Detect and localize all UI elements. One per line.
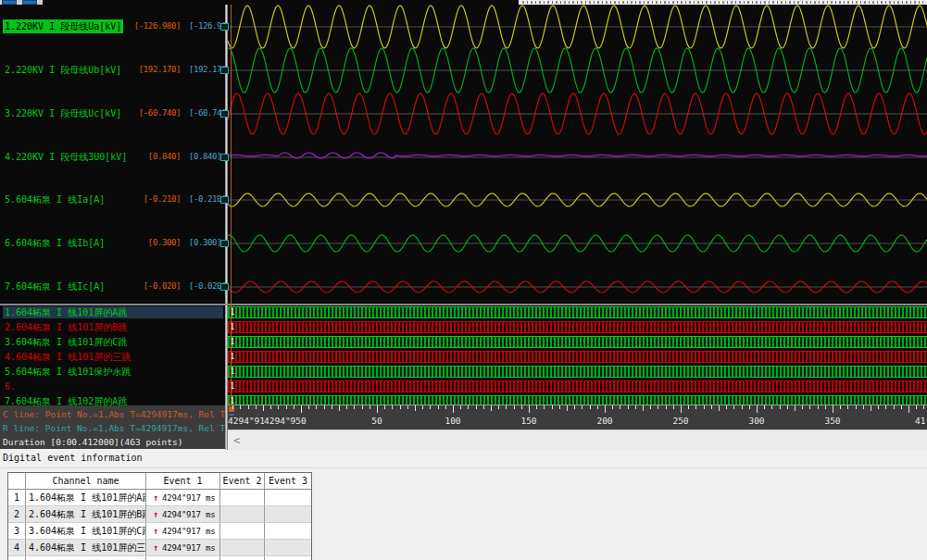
- event2-cell: [220, 523, 265, 540]
- event1-time: 4294"917 ms: [162, 510, 215, 519]
- axis-tick: [726, 405, 727, 409]
- analog-channel-label[interactable]: 4.220KV I 段母线3U0[kV]: [3, 150, 129, 164]
- axis-tick: [248, 405, 249, 409]
- analog-channel-label[interactable]: 1.220KV I 段母线Ua[kV]: [3, 19, 123, 33]
- axis-tick: [354, 405, 355, 409]
- event-table-row[interactable]: 22.604柘泉 I 线101屏的B跳↑4294"917 ms: [8, 506, 311, 523]
- analog-digital-divider[interactable]: [0, 304, 927, 305]
- event-row-number: 2: [8, 506, 26, 523]
- digital-channel-label[interactable]: 4.604柘泉 I 线101屏的三跳: [3, 351, 223, 363]
- axis-tick: [232, 405, 233, 409]
- axis-tick: [681, 405, 682, 413]
- axis-tick: [719, 405, 720, 411]
- analog-channel-list: 1.220KV I 段母线Ua[kV][-126.980][-126.980]2…: [0, 5, 225, 405]
- digital-trace-bar: 1: [228, 336, 927, 348]
- analog-channel-label[interactable]: 7.604柘泉 I 线Ic[A]: [3, 280, 106, 293]
- digital-channel-label[interactable]: 5.604柘泉 I 线101保护永跳: [3, 366, 223, 378]
- channel-zero-marker[interactable]: [220, 23, 229, 31]
- analog-channel-row[interactable]: 5.604柘泉 I 线Ia[A][-0.210][-0.210]: [3, 193, 223, 206]
- event-table-row[interactable]: 33.604柘泉 I 线101屏的C跳↑4294"917 ms: [8, 523, 311, 540]
- analog-channel-row[interactable]: 7.604柘泉 I 线Ic[A][-0.020][-0.020]: [3, 280, 223, 293]
- digital-channel-label[interactable]: 7.604柘泉 I 线102屏的A跳: [3, 395, 223, 405]
- axis-tick: [529, 405, 530, 413]
- digital-trace-bar: 1: [228, 351, 927, 363]
- header-num: [8, 473, 26, 490]
- axis-tick: [552, 405, 553, 409]
- axis-tick: [825, 405, 826, 409]
- axis-tick: [430, 405, 431, 409]
- axis-tick-label: 100: [445, 416, 460, 426]
- channel-zero-marker[interactable]: [220, 67, 229, 74]
- axis-tick: [400, 405, 401, 409]
- event-table-row[interactable]: 55.604柘泉 I 线101保护永跳↑4294"917 ms: [8, 556, 311, 560]
- axis-tick: [711, 405, 712, 409]
- analog-channel-label[interactable]: 6.604柘泉 I 线Ib[A]: [3, 236, 106, 250]
- time-cursor-line[interactable]: [231, 5, 232, 405]
- axis-tick: [764, 405, 765, 409]
- axis-tick: [749, 405, 750, 409]
- digital-channel-label[interactable]: 3.604柘泉 I 线101屏的C跳: [3, 336, 223, 348]
- event3-cell: [265, 490, 311, 506]
- axis-tick: [301, 405, 302, 413]
- event2-cell: [220, 556, 265, 560]
- channel-zero-marker[interactable]: [220, 240, 229, 247]
- clipped-titlebar-text: [522, 1, 923, 4]
- axis-tick: [704, 405, 705, 409]
- section-divider: [0, 467, 927, 468]
- rising-edge-arrow-icon: ↑: [153, 526, 158, 536]
- event3-cell: [265, 556, 311, 560]
- axis-tick-label: 250: [672, 416, 688, 426]
- axis-tick: [377, 405, 378, 413]
- header-event1: Event 1: [146, 473, 220, 490]
- axis-tick: [445, 405, 446, 409]
- axis-tick: [384, 405, 385, 409]
- digital-channel-label[interactable]: 2.604柘泉 I 线101屏的B跳: [3, 321, 223, 333]
- analog-channel-label[interactable]: 5.604柘泉 I 线Ia[A]: [3, 193, 106, 206]
- analog-channel-label[interactable]: 3.220KV I 段母线Uc[kV]: [3, 106, 123, 120]
- analog-channel-row[interactable]: 6.604柘泉 I 线Ib[A][0.300][0.300]: [3, 236, 223, 250]
- analog-channel-row[interactable]: 4.220KV I 段母线3U0[kV][0.840][0.840]: [3, 150, 223, 164]
- channel-zero-marker[interactable]: [220, 196, 229, 204]
- event-table-row[interactable]: 11.604柘泉 I 线101屏的A跳↑4294"917 ms: [8, 490, 311, 506]
- axis-tick: [574, 405, 575, 409]
- axis-tick: [666, 405, 667, 409]
- analog-channel-row[interactable]: 3.220KV I 段母线Uc[kV][-60.740][-60.740]: [3, 106, 223, 120]
- event1-time: 4294"917 ms: [162, 527, 215, 536]
- axis-tick: [840, 405, 841, 409]
- cursor-value-c: [-126.980]: [132, 19, 181, 33]
- header-event2: Event 2: [220, 473, 265, 490]
- axis-tick: [453, 405, 454, 413]
- analog-channel-label[interactable]: 2.220KV I 段母线Ub[kV]: [3, 63, 123, 77]
- event-table-header: Channel name Event 1 Event 2 Event 3: [8, 473, 311, 490]
- axis-tick: [514, 405, 515, 409]
- section-title: Digital event information: [3, 453, 143, 463]
- axis-tick: [491, 405, 492, 411]
- axis-tick: [923, 405, 924, 409]
- horizontal-scrollbar[interactable]: <: [228, 429, 927, 450]
- axis-tick: [809, 405, 810, 409]
- axis-tick: [339, 405, 340, 411]
- event-table-row[interactable]: 44.604柘泉 I 线101屏的三跳↑4294"917 ms: [8, 540, 311, 556]
- axis-tick: [263, 405, 264, 411]
- axis-tick: [483, 405, 484, 409]
- event2-cell: [220, 506, 265, 523]
- event-channel-name: 5.604柘泉 I 线101保护永跳: [26, 556, 146, 560]
- analog-channel-row[interactable]: 2.220KV I 段母线Ub[kV][192.170][192.170]: [3, 63, 223, 77]
- axis-tick: [438, 405, 439, 409]
- axis-tick: [521, 405, 522, 409]
- channel-zero-marker[interactable]: [220, 110, 229, 118]
- channel-zero-marker[interactable]: [220, 154, 229, 161]
- channel-zero-marker[interactable]: [220, 283, 229, 291]
- axis-tick: [908, 405, 909, 413]
- event1-cell: ↑4294"917 ms: [146, 556, 220, 560]
- axis-tick: [544, 405, 545, 409]
- scroll-left-arrow-icon[interactable]: <: [233, 433, 240, 448]
- axis-tick: [294, 405, 294, 409]
- digital-channel-label[interactable]: 1.604柘泉 I 线101屏的A跳: [3, 306, 223, 318]
- digital-channel-label[interactable]: 6.: [3, 380, 223, 392]
- wave-viewer-window: 1.220KV I 段母线Ua[kV][-126.980][-126.980]2…: [0, 0, 927, 560]
- analog-channel-row[interactable]: 1.220KV I 段母线Ua[kV][-126.980][-126.980]: [3, 19, 223, 33]
- event1-cell: ↑4294"917 ms: [146, 490, 220, 506]
- axis-tick: [847, 405, 848, 409]
- axis-tick: [468, 405, 469, 409]
